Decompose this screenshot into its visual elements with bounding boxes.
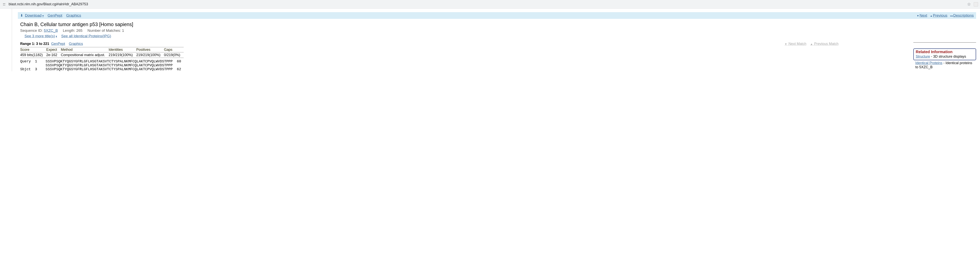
download-label[interactable]: Download [25,13,44,18]
genpept-link[interactable]: GenPept [48,13,62,18]
aln-query-line: Query 1 SSSVPSQKTYQGSYGFRLGFLHSGTAKSVTCT… [20,59,181,63]
structure-link[interactable]: Structure [916,54,930,58]
previous-link[interactable]: Previous [933,13,947,18]
svg-point-2 [3,5,4,5]
triangle-up-icon: ▲ [930,14,932,17]
val-positives: 219/219(100%) [136,52,164,58]
structure-desc: - 3D structure displays [930,54,966,58]
related-info-title: Related Information [916,50,974,54]
prev-match-nav: ▲ Previous Match [810,42,838,46]
val-method: Compositional matrix adjust. [61,52,108,58]
sequence-meta: Sequence ID: 5XZC_B Length: 265 Number o… [20,29,903,33]
url-text[interactable]: blast.ncbi.nlm.nih.gov/Blast.cgi#alnHdr_… [9,2,964,6]
col-method: Method [61,47,108,52]
val-expect: 2e-162 [46,52,61,58]
next-link[interactable]: Next [920,13,927,18]
length-label: Length: [63,29,75,32]
reader-mode-icon[interactable] [974,2,978,6]
col-gaps: Gaps [164,47,184,52]
sequence-title: Chain B, Cellular tumor antigen p53 [Hom… [20,22,903,27]
prev-match-label: Previous Match [814,42,838,46]
table-row: 459 bits(1182) 2e-162 Compositional matr… [20,52,184,58]
svg-rect-1 [4,3,5,4]
val-gaps: 0/219(0%) [164,52,184,58]
matches-label: Number of Matches: [88,29,121,32]
length-value: 265 [76,29,83,32]
bookmark-star-icon[interactable]: ☆ [967,2,971,7]
divider [913,42,976,43]
download-button[interactable]: ⬇ Download [20,13,44,18]
range-label: Range 1: 3 to 221 [20,42,49,46]
col-expect: Expect [46,47,61,52]
triangle-down-icon: ▼ [917,14,919,17]
aln-match-line: SSSVPSQKTYQGSYGFRLGFLHSGTAKSVTCTYSPALNKM… [20,63,173,67]
related-info-box: Related Information Structure - 3D struc… [913,48,976,60]
seq-id-link[interactable]: 5XZC_B [44,29,58,32]
triangle-down-icon: ▼ [784,43,787,45]
next-match-nav: ▼ Next Match [784,42,807,46]
svg-point-0 [3,3,4,4]
download-icon: ⬇ [20,14,23,18]
site-info-icon[interactable] [2,2,6,6]
col-identities: Identities [108,47,136,52]
graphics-link[interactable]: Graphics [66,13,81,18]
aln-sbjct-line: Sbjct 3 SSSVPSQKTYQGSYGFRLGFLHSGTAKSVTCT… [20,67,181,71]
rewind-icon: ◂◂ [950,14,953,17]
alignment-toolbar: ⬇ Download GenPept Graphics ▼Next ▲Previ… [18,12,976,19]
descriptions-nav[interactable]: ◂◂Descriptions [950,13,974,18]
col-score: Score [20,47,46,52]
next-nav[interactable]: ▼Next [917,13,927,18]
col-positives: Positives [136,47,164,52]
descriptions-link[interactable]: Descriptions [953,13,974,18]
previous-nav[interactable]: ▲Previous [930,13,947,18]
identical-proteins-link[interactable]: Identical Proteins [915,61,942,65]
range-graphics-link[interactable]: Graphics [69,42,83,46]
alignment-stats-table: Score Expect Method Identities Positives… [20,47,184,58]
val-score: 459 bits(1182) [20,52,46,58]
next-match-label: Next Match [789,42,807,46]
range-genpept-link[interactable]: GenPept [51,42,65,46]
seq-id-label: Sequence ID: [20,29,43,32]
matches-value: 1 [122,29,124,32]
alignment-block: Query 1 SSSVPSQKTYQGSYGFRLGFLHSGTAKSVTCT… [20,59,903,71]
browser-address-bar: blast.ncbi.nlm.nih.gov/Blast.cgi#alnHdr_… [0,0,980,9]
val-identities: 219/219(100%) [108,52,136,58]
more-titles-link[interactable]: See 3 more title(s) [24,34,57,38]
triangle-up-icon: ▲ [810,43,813,45]
svg-rect-3 [4,5,5,5]
ipg-link[interactable]: See all Identical Proteins(IPG) [61,34,111,38]
